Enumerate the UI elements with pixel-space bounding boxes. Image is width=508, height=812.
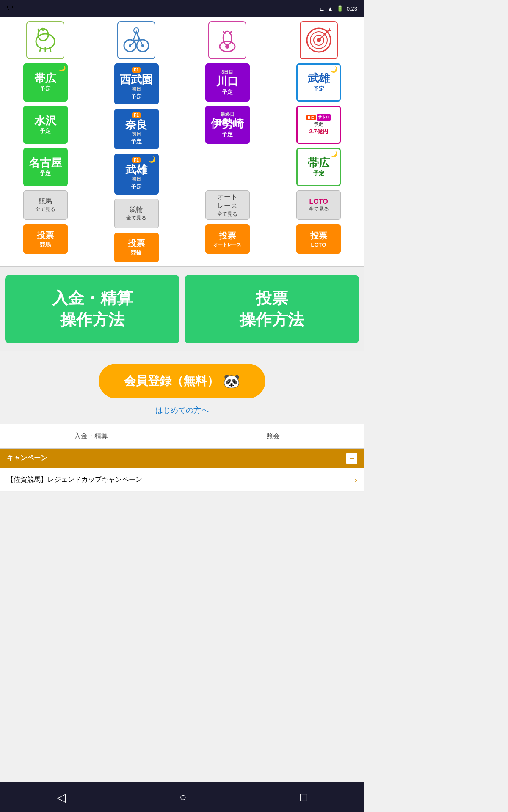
tile-takeo-cycle[interactable]: 🌙 F1 武雄 初日 予定 xyxy=(114,154,159,195)
action-buttons-section: 入金・精算 操作方法 投票 操作方法 xyxy=(0,267,364,351)
svg-line-18 xyxy=(229,31,232,34)
campaign-item[interactable]: 【佐賀競馬】レジェンドカップキャンペーン › xyxy=(0,468,364,492)
tab-deposit[interactable]: 入金・精算 xyxy=(0,424,182,448)
vote-guide-button[interactable]: 投票 操作方法 xyxy=(185,275,359,343)
tile-kawaguchi[interactable]: 3日目 川口 予定 xyxy=(205,63,250,102)
deposit-guide-button[interactable]: 入金・精算 操作方法 xyxy=(5,275,179,343)
nav-bar: ◁ ○ □ xyxy=(0,782,364,812)
svg-line-2 xyxy=(38,29,39,32)
time-display: 0:23 xyxy=(347,5,357,12)
campaign-arrow-icon: › xyxy=(354,475,357,485)
shield-icon: 🛡 xyxy=(7,5,14,12)
back-button[interactable]: ◁ xyxy=(57,790,66,804)
svg-point-19 xyxy=(225,44,229,49)
column-auto: 3日目 川口 予定 最終日 伊勢崎 予定 オート レース 全て見る 投票 オート… xyxy=(182,17,273,266)
column-horse: 🌙 帯広 予定 水沢 予定 名古屋 予定 競馬 全て見る 投票 競馬 xyxy=(0,17,91,266)
view-all-horse[interactable]: 競馬 全て見る xyxy=(23,190,68,220)
bottom-tabs: 入金・精算 照会 xyxy=(0,424,364,449)
battery-icon: 🔋 xyxy=(337,5,343,12)
svg-marker-25 xyxy=(328,28,331,31)
register-button[interactable]: 会員登録（無料） 🐼 xyxy=(99,364,265,398)
night-moon-2: 🌙 xyxy=(148,156,155,163)
recent-button[interactable]: □ xyxy=(300,790,307,804)
column-cycle: F1 西武園 初日 予定 F1 奈良 初日 予定 🌙 F1 武雄 初日 予定 xyxy=(91,17,182,266)
night-moon: 🌙 xyxy=(58,65,66,71)
tile-isesaki[interactable]: 最終日 伊勢崎 予定 xyxy=(205,106,250,144)
tile-mizusawa[interactable]: 水沢 予定 xyxy=(23,106,68,144)
vote-auto[interactable]: 投票 オートレース xyxy=(205,224,250,254)
view-all-auto[interactable]: オート レース 全て見る xyxy=(205,190,250,220)
horse-icon xyxy=(26,21,64,59)
cycle-icon xyxy=(117,21,155,59)
tile-obihiro[interactable]: 🌙 帯広 予定 xyxy=(23,63,68,102)
tile-big-loto[interactable]: BIG サトロ 予定 2.7億円 xyxy=(296,106,341,144)
tile-nara[interactable]: F1 奈良 初日 予定 xyxy=(114,109,159,150)
race-grid: 🌙 帯広 予定 水沢 予定 名古屋 予定 競馬 全て見る 投票 競馬 xyxy=(0,17,364,267)
tile-seibu[interactable]: F1 西武園 初日 予定 xyxy=(114,63,159,104)
campaign-title: キャンペーン xyxy=(7,454,47,463)
moto-icon xyxy=(208,21,246,59)
member-section: 会員登録（無料） 🐼 はじめての方へ xyxy=(0,351,364,424)
target-icon xyxy=(300,21,338,59)
vote-loto[interactable]: 投票 LOTO xyxy=(296,224,341,254)
campaign-bar: キャンペーン － xyxy=(0,449,364,468)
wifi-icon: ▲ xyxy=(328,5,333,12)
cast-icon: ⊏ xyxy=(320,5,324,12)
night-moon-3: 🌙 xyxy=(330,66,337,73)
column-loto: 🌙 武雄 予定 BIG サトロ 予定 2.7億円 🌙 帯広 予定 xyxy=(273,17,364,266)
status-bar: 🛡 ⊏ ▲ 🔋 0:23 xyxy=(0,0,364,17)
vote-horse[interactable]: 投票 競馬 xyxy=(23,224,68,254)
vote-cycle[interactable]: 投票 競輪 xyxy=(114,233,159,262)
home-button[interactable]: ○ xyxy=(179,790,187,804)
night-moon-4: 🌙 xyxy=(330,151,337,157)
tile-obihiro-loto[interactable]: 🌙 帯広 予定 xyxy=(296,148,341,186)
main-content: 🌙 帯広 予定 水沢 予定 名古屋 予定 競馬 全て見る 投票 競馬 xyxy=(0,17,364,492)
view-all-loto[interactable]: LOTO 全て見る xyxy=(296,190,341,220)
campaign-text: 【佐賀競馬】レジェンドカップキャンペーン xyxy=(7,475,142,484)
svg-line-3 xyxy=(42,28,43,31)
svg-line-17 xyxy=(223,31,225,34)
tile-takeo-loto[interactable]: 🌙 武雄 予定 xyxy=(296,63,341,102)
view-all-cycle[interactable]: 競輪 全て見る xyxy=(114,199,159,228)
campaign-collapse-button[interactable]: － xyxy=(346,453,357,464)
tab-inquiry[interactable]: 照会 xyxy=(182,424,364,448)
first-time-link[interactable]: はじめての方へ xyxy=(155,405,209,415)
tile-nagoya[interactable]: 名古屋 予定 xyxy=(23,148,68,186)
